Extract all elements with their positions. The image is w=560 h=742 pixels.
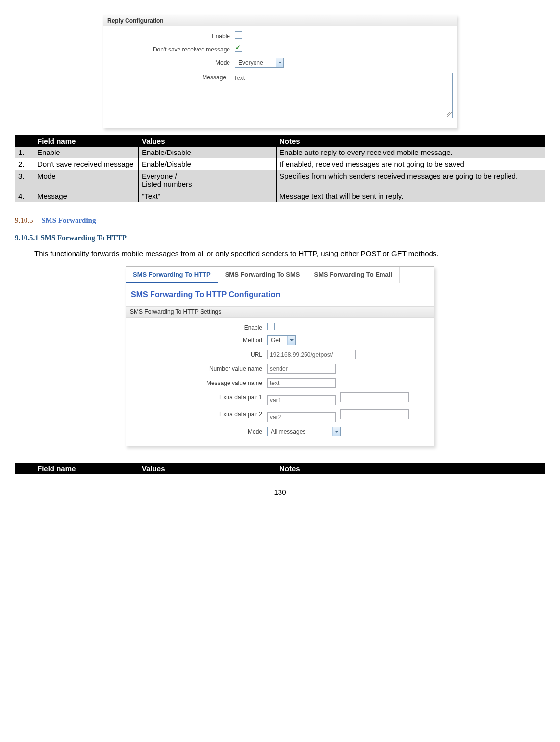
th-name: Field name xyxy=(34,136,139,147)
fwd-section: SMS Forwarding To HTTP Settings xyxy=(126,306,434,318)
fwd-enable-checkbox[interactable] xyxy=(267,323,275,330)
fwd-method-label: Method xyxy=(130,335,267,344)
tab-http[interactable]: SMS Forwarding To HTTP xyxy=(126,267,218,283)
fwd-fields-table: Field name Values Notes xyxy=(15,463,545,474)
th-num xyxy=(15,463,34,474)
tab-email[interactable]: SMS Forwarding To Email xyxy=(307,267,400,283)
fwd-extra2-label: Extra data pair 2 xyxy=(130,409,267,418)
dontsave-checkbox[interactable] xyxy=(235,45,242,52)
heading-number: 9.10.5 xyxy=(15,216,33,224)
reply-config-title: Reply Configuration xyxy=(103,15,457,26)
chevron-down-icon xyxy=(287,336,295,345)
table-row: 4. Message "Text" Message text that will… xyxy=(15,190,545,202)
subheading: 9.10.5.1 SMS Forwarding To HTTP xyxy=(15,234,127,242)
sms-forwarding-panel: SMS Forwarding To HTTP SMS Forwarding To… xyxy=(126,266,434,446)
th-notes: Notes xyxy=(277,136,545,147)
message-label: Message xyxy=(107,73,231,81)
fwd-url-input[interactable]: 192.168.99.250/getpost/ xyxy=(267,350,356,359)
th-values: Values xyxy=(139,463,277,474)
fwd-extra1-val-input[interactable] xyxy=(340,392,409,402)
fwd-mode-label: Mode xyxy=(130,427,267,435)
heading-text: SMS Forwarding xyxy=(41,216,96,224)
table-row: 1. Enable Enable/Disable Enable auto rep… xyxy=(15,147,545,158)
enable-checkbox[interactable] xyxy=(235,31,242,39)
mode-select[interactable]: Everyone xyxy=(235,58,284,68)
page-number: 130 xyxy=(15,488,545,496)
fwd-msgname-label: Message value name xyxy=(130,378,267,386)
th-num xyxy=(15,136,34,147)
fwd-enable-label: Enable xyxy=(130,323,267,331)
enable-label: Enable xyxy=(107,31,235,40)
fwd-mode-select[interactable]: All messages xyxy=(267,427,341,436)
reply-fields-table: Field name Values Notes 1. Enable Enable… xyxy=(15,135,545,202)
fwd-url-label: URL xyxy=(130,350,267,358)
dontsave-label: Don't save received message xyxy=(107,45,235,53)
fwd-numname-label: Number value name xyxy=(130,364,267,372)
table-row: 3. Mode Everyone / Listed numbers Specif… xyxy=(15,170,545,190)
mode-label: Mode xyxy=(107,58,235,66)
fwd-numname-input[interactable]: sender xyxy=(267,364,336,374)
fwd-msgname-input[interactable]: text xyxy=(267,378,336,388)
reply-config-panel: Reply Configuration Enable Don't save re… xyxy=(103,15,457,128)
tab-sms[interactable]: SMS Forwarding To SMS xyxy=(218,267,307,283)
fwd-extra1-key-input[interactable]: var1 xyxy=(267,395,336,405)
paragraph: This functionality forwards mobile messa… xyxy=(15,249,545,257)
fwd-extra2-val-input[interactable] xyxy=(340,409,409,419)
th-notes: Notes xyxy=(277,463,545,474)
message-textarea[interactable]: Text xyxy=(231,73,453,118)
th-name: Field name xyxy=(34,463,139,474)
fwd-method-select[interactable]: Get xyxy=(267,335,296,345)
chevron-down-icon xyxy=(332,427,340,436)
chevron-down-icon xyxy=(276,58,283,67)
fwd-title: SMS Forwarding To HTTP Configuration xyxy=(126,283,434,306)
th-values: Values xyxy=(139,136,277,147)
fwd-extra2-key-input[interactable]: var2 xyxy=(267,412,336,422)
table-row: 2. Don't save received message Enable/Di… xyxy=(15,158,545,170)
resize-grip-icon[interactable] xyxy=(447,112,452,117)
fwd-extra1-label: Extra data pair 1 xyxy=(130,392,267,401)
